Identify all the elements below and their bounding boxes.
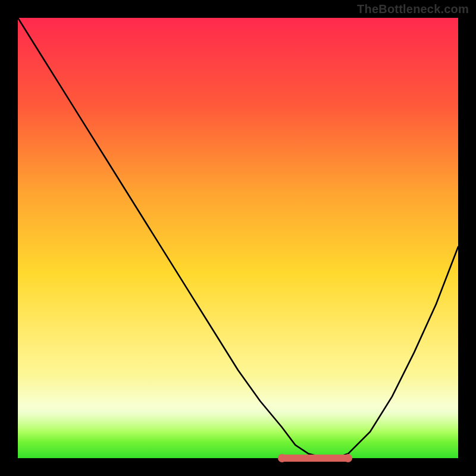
chart-frame: TheBottleneck.com — [0, 0, 476, 476]
bottleneck-curve — [18, 18, 458, 458]
marker-dot-left — [278, 454, 286, 462]
curve-layer — [18, 18, 458, 458]
attribution-text: TheBottleneck.com — [357, 2, 469, 16]
plot-area — [18, 18, 458, 458]
marker-dot-right — [344, 454, 352, 462]
